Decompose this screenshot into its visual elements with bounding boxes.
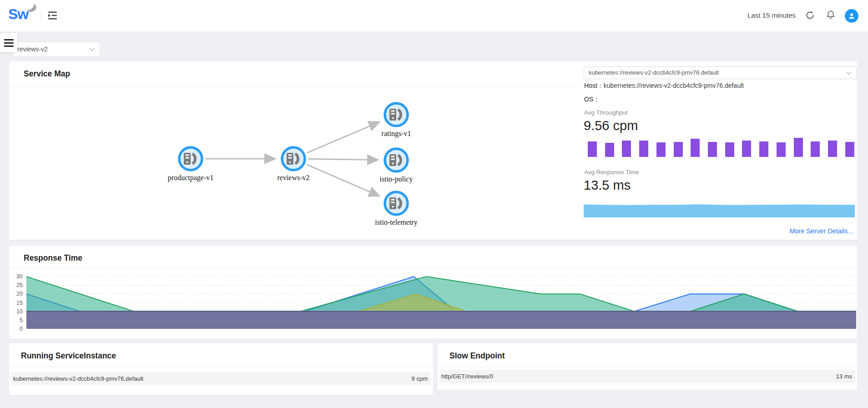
throughput-bar <box>725 142 734 157</box>
running-instance-title: Running ServiceInstance <box>21 351 116 361</box>
endpoint-row[interactable]: http/GET//reviews/0 13 ms <box>439 370 855 383</box>
svg-text:25: 25 <box>16 282 23 288</box>
app-logo: Sw <box>8 6 28 23</box>
throughput-bar <box>845 142 854 157</box>
svg-text:30: 30 <box>16 273 23 280</box>
throughput-bar <box>777 142 786 157</box>
hamburger-icon <box>4 39 14 47</box>
instance-selector-value: kubernetes://reviews-v2-dccb4cfc9-pmv76.… <box>589 67 719 79</box>
svg-text:10: 10 <box>16 308 23 315</box>
service-node-ratings-v1[interactable]: ratings-v1 <box>382 103 411 138</box>
panel-divider <box>9 268 857 269</box>
service-selector-value: reviews-v2 <box>17 42 48 56</box>
throughput-bar <box>674 142 683 157</box>
service-edge <box>308 159 378 160</box>
avg-response-label: Avg Response Time <box>584 169 639 176</box>
avg-throughput-value: 9.56 cpm <box>584 118 638 133</box>
throughput-bar <box>622 141 631 157</box>
chevron-down-icon <box>89 48 95 51</box>
response-time-panel: Response Time 051015202530 <box>9 246 857 339</box>
host-label: Host： <box>584 82 604 89</box>
service-edge <box>307 122 379 153</box>
svg-text:productpage-v1: productpage-v1 <box>168 174 213 182</box>
panel-divider <box>438 367 857 367</box>
notifications-bell-icon[interactable] <box>826 10 835 22</box>
top-bar: Sw Last 15 minutes <box>0 0 868 31</box>
service-node-istio-telemetry[interactable]: istio-telemetry <box>375 192 417 227</box>
throughput-bar <box>639 141 648 157</box>
throughput-bar <box>794 138 803 157</box>
slow-endpoint-panel: Slow Endpoint http/GET//reviews/0 13 ms <box>438 343 857 390</box>
svg-text:15: 15 <box>16 300 23 306</box>
svg-text:istio-telemetry: istio-telemetry <box>375 218 417 227</box>
svg-text:20: 20 <box>16 291 23 297</box>
throughput-bar <box>605 143 614 157</box>
topbar-divider <box>40 11 41 21</box>
svg-text:ratings-v1: ratings-v1 <box>382 130 411 138</box>
user-avatar[interactable] <box>845 9 858 23</box>
avg-throughput-label: Avg Throughput <box>584 109 628 116</box>
service-node-productpage-v1[interactable]: productpage-v1 <box>168 147 213 182</box>
host-line: Host：kubernetes://reviews-v2-dccb4cfc9-p… <box>584 82 744 90</box>
series-area-purple <box>26 312 856 329</box>
throughput-bar <box>759 141 768 157</box>
running-instance-panel: Running ServiceInstance kubernetes://rev… <box>9 343 433 395</box>
svg-text:0: 0 <box>20 326 23 332</box>
chevron-down-icon <box>846 71 852 75</box>
time-range-selector[interactable]: Last 15 minutes <box>747 11 796 19</box>
service-node-istio-policy[interactable]: istio-policy <box>380 149 413 183</box>
endpoint-latency: 13 ms <box>836 373 852 380</box>
user-icon <box>848 12 856 20</box>
os-line: OS： <box>584 96 600 104</box>
throughput-bar <box>811 141 820 157</box>
throughput-bar <box>708 142 717 157</box>
sidebar-toggle-button[interactable] <box>0 33 17 52</box>
svg-text:istio-policy: istio-policy <box>380 175 413 183</box>
instance-row[interactable]: kubernetes://reviews-v2-dccb4cfc9-pmv76.… <box>11 372 431 385</box>
service-node-reviews-v2[interactable]: reviews-v2 <box>277 147 309 181</box>
throughput-bar <box>588 141 597 157</box>
response-time-chart: 051015202530 <box>13 271 859 334</box>
panel-divider <box>9 367 433 367</box>
menu-unfold-icon[interactable] <box>48 11 58 20</box>
throughput-bar <box>691 139 700 157</box>
service-edge <box>307 165 379 196</box>
throughput-bar <box>742 141 751 157</box>
svg-text:5: 5 <box>20 317 23 323</box>
response-time-title: Response Time <box>24 253 82 263</box>
throughput-bar-chart <box>588 138 854 157</box>
endpoint-name: http/GET//reviews/0 <box>441 373 493 380</box>
instance-name: kubernetes://reviews-v2-dccb4cfc9-pmv76.… <box>13 375 143 382</box>
refresh-icon[interactable] <box>805 10 815 22</box>
os-label: OS： <box>584 96 600 103</box>
more-server-details-link[interactable]: More Server Details… <box>789 227 854 235</box>
svg-text:reviews-v2: reviews-v2 <box>277 174 309 181</box>
throughput-bar <box>656 142 666 157</box>
response-time-sparkline <box>584 203 855 217</box>
avg-response-value: 13.5 ms <box>584 178 631 193</box>
throughput-bar <box>828 141 837 157</box>
instance-selector-dropdown[interactable]: kubernetes://reviews-v2-dccb4cfc9-pmv76.… <box>584 66 857 79</box>
host-value: kubernetes://reviews-v2-dccb4cfc9-pmv76.… <box>604 82 744 89</box>
instance-cpm: 9 cpm <box>412 375 428 382</box>
slow-endpoint-title: Slow Endpoint <box>449 351 505 361</box>
service-selector-dropdown[interactable]: reviews-v2 <box>13 42 100 57</box>
skywalking-dashboard: Sw Last 15 minutes <box>0 0 868 408</box>
